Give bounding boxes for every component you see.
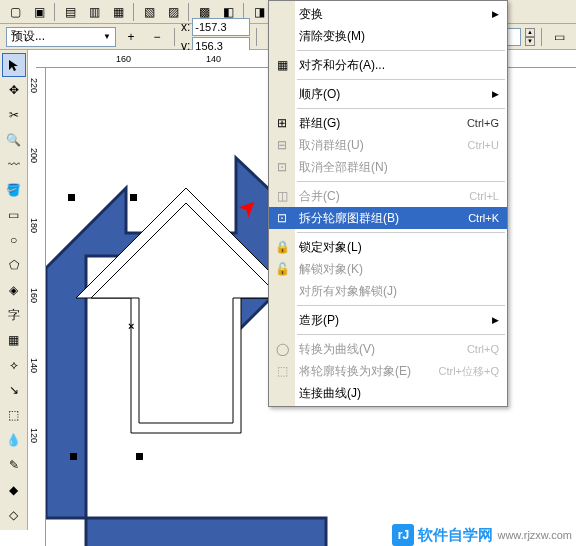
menu-item-shortcut: Ctrl+G xyxy=(467,117,499,129)
menu-item[interactable]: 清除变换(M) xyxy=(269,25,507,47)
menu-separator xyxy=(297,108,505,109)
ellipse-tool[interactable]: ○ xyxy=(2,228,26,252)
menu-item-icon: 🔓 xyxy=(273,262,291,276)
fill-tool[interactable]: ◆ xyxy=(2,478,26,502)
menu-item[interactable]: 🔒锁定对象(L) xyxy=(269,236,507,258)
preset-dropdown[interactable]: 预设... ▼ xyxy=(6,27,116,47)
interactive-fill-tool[interactable]: ◇ xyxy=(2,503,26,527)
menu-item-label: 解锁对象(K) xyxy=(299,261,499,278)
menu-item-label: 变换 xyxy=(299,6,492,23)
menu-item-icon: ◯ xyxy=(273,342,291,356)
menu-item-label: 群组(G) xyxy=(299,115,467,132)
menu-item[interactable]: ▦对齐和分布(A)... xyxy=(269,54,507,76)
freehand-tool[interactable]: 〰 xyxy=(2,153,26,177)
menu-item[interactable]: ⊞群组(G)Ctrl+G xyxy=(269,112,507,134)
toolbar-btn[interactable]: ▤ xyxy=(59,2,81,22)
watermark: rJ 软件自学网 www.rjzxw.com xyxy=(392,524,572,546)
submenu-arrow-icon: ▶ xyxy=(492,315,499,325)
menu-item-icon: ⊡ xyxy=(273,160,291,174)
menu-item[interactable]: 连接曲线(J) xyxy=(269,382,507,404)
menu-item-label: 将轮廓转换为对象(E) xyxy=(299,363,438,380)
menu-item-label: 取消全部群组(N) xyxy=(299,159,499,176)
rectangle-tool[interactable]: ▭ xyxy=(2,203,26,227)
zoom-tool[interactable]: 🔍 xyxy=(2,128,26,152)
menu-item: ⬚将轮廓转换为对象(E)Ctrl+位移+Q xyxy=(269,360,507,382)
eyedropper-tool[interactable]: 💧 xyxy=(2,428,26,452)
menu-item[interactable]: 顺序(O)▶ xyxy=(269,83,507,105)
menu-item: ◫合并(C)Ctrl+L xyxy=(269,185,507,207)
selection-handle[interactable] xyxy=(70,453,77,460)
selection-handle[interactable] xyxy=(130,194,137,201)
menu-item: ⊡取消全部群组(N) xyxy=(269,156,507,178)
toolbar-btn[interactable]: ▧ xyxy=(138,2,160,22)
basic-shapes-tool[interactable]: ◈ xyxy=(2,278,26,302)
vertical-ruler: 220 200 180 160 140 120 xyxy=(28,68,46,546)
crop-tool[interactable]: ✂ xyxy=(2,103,26,127)
submenu-arrow-icon: ▶ xyxy=(492,89,499,99)
menu-item-shortcut: Ctrl+L xyxy=(469,190,499,202)
spinner[interactable]: ▲▼ xyxy=(525,28,535,46)
menu-item: ◯转换为曲线(V)Ctrl+Q xyxy=(269,338,507,360)
left-toolbox: ✥ ✂ 🔍 〰 🪣 ▭ ○ ⬠ ◈ 字 ▦ ⟡ ↘ ⬚ 💧 ✎ ◆ ◇ xyxy=(0,50,28,530)
pick-tool[interactable] xyxy=(2,53,26,77)
interactive-tool[interactable]: ⬚ xyxy=(2,403,26,427)
menu-item-label: 锁定对象(L) xyxy=(299,239,499,256)
menu-item: ⊟取消群组(U)Ctrl+U xyxy=(269,134,507,156)
context-menu: 变换▶清除变换(M)▦对齐和分布(A)...顺序(O)▶⊞群组(G)Ctrl+G… xyxy=(268,0,508,407)
selection-handle[interactable] xyxy=(68,194,75,201)
chevron-down-icon: ▼ xyxy=(103,32,111,41)
menu-item-label: 拆分轮廓图群组(B) xyxy=(299,210,468,227)
menu-item[interactable]: 变换▶ xyxy=(269,3,507,25)
menu-item-label: 取消群组(U) xyxy=(299,137,468,154)
toolbar-btn[interactable]: ▣ xyxy=(28,2,50,22)
menu-item-label: 清除变换(M) xyxy=(299,28,499,45)
add-preset-button[interactable]: + xyxy=(120,27,142,47)
menu-item-icon: ◫ xyxy=(273,189,291,203)
menu-separator xyxy=(297,305,505,306)
toolbar-btn[interactable]: ◨ xyxy=(248,2,270,22)
menu-item: 对所有对象解锁(J) xyxy=(269,280,507,302)
menu-item-label: 合并(C) xyxy=(299,188,469,205)
table-tool[interactable]: ▦ xyxy=(2,328,26,352)
menu-item-icon: 🔒 xyxy=(273,240,291,254)
menu-item-label: 对齐和分布(A)... xyxy=(299,57,499,74)
menu-separator xyxy=(297,232,505,233)
menu-item-icon: ⊡ xyxy=(273,211,291,225)
outline-tool[interactable]: ✎ xyxy=(2,453,26,477)
menu-separator xyxy=(297,50,505,51)
watermark-url: www.rjzxw.com xyxy=(497,529,572,541)
watermark-logo-icon: rJ xyxy=(392,524,414,546)
menu-item[interactable]: 造形(P)▶ xyxy=(269,309,507,331)
menu-item[interactable]: ⊡拆分轮廓图群组(B)Ctrl+K xyxy=(269,207,507,229)
toolbar-btn[interactable]: ▢ xyxy=(4,2,26,22)
menu-item: 🔓解锁对象(K) xyxy=(269,258,507,280)
menu-item-label: 转换为曲线(V) xyxy=(299,341,467,358)
menu-item-shortcut: Ctrl+Q xyxy=(467,343,499,355)
smart-fill-tool[interactable]: 🪣 xyxy=(2,178,26,202)
toolbar-btn[interactable]: ▥ xyxy=(83,2,105,22)
toolbar-btn[interactable]: ▭ xyxy=(548,27,570,47)
menu-item-icon: ⬚ xyxy=(273,364,291,378)
menu-item-icon: ▦ xyxy=(273,58,291,72)
toolbar-btn[interactable]: ▦ xyxy=(107,2,129,22)
x-coord-input[interactable]: -157.3 xyxy=(192,18,250,36)
menu-item-icon: ⊟ xyxy=(273,138,291,152)
menu-separator xyxy=(297,334,505,335)
polygon-tool[interactable]: ⬠ xyxy=(2,253,26,277)
menu-item-label: 对所有对象解锁(J) xyxy=(299,283,499,300)
x-label: x: xyxy=(181,20,190,34)
remove-preset-button[interactable]: − xyxy=(146,27,168,47)
shape-tool[interactable]: ✥ xyxy=(2,78,26,102)
selection-handle[interactable] xyxy=(136,453,143,460)
menu-separator xyxy=(297,79,505,80)
menu-item-label: 顺序(O) xyxy=(299,86,492,103)
connector-tool[interactable]: ↘ xyxy=(2,378,26,402)
menu-item-label: 造形(P) xyxy=(299,312,492,329)
menu-separator xyxy=(297,181,505,182)
menu-item-shortcut: Ctrl+位移+Q xyxy=(438,364,499,379)
menu-item-icon: ⊞ xyxy=(273,116,291,130)
text-tool[interactable]: 字 xyxy=(2,303,26,327)
dimension-tool[interactable]: ⟡ xyxy=(2,353,26,377)
menu-item-shortcut: Ctrl+U xyxy=(468,139,499,151)
menu-item-shortcut: Ctrl+K xyxy=(468,212,499,224)
